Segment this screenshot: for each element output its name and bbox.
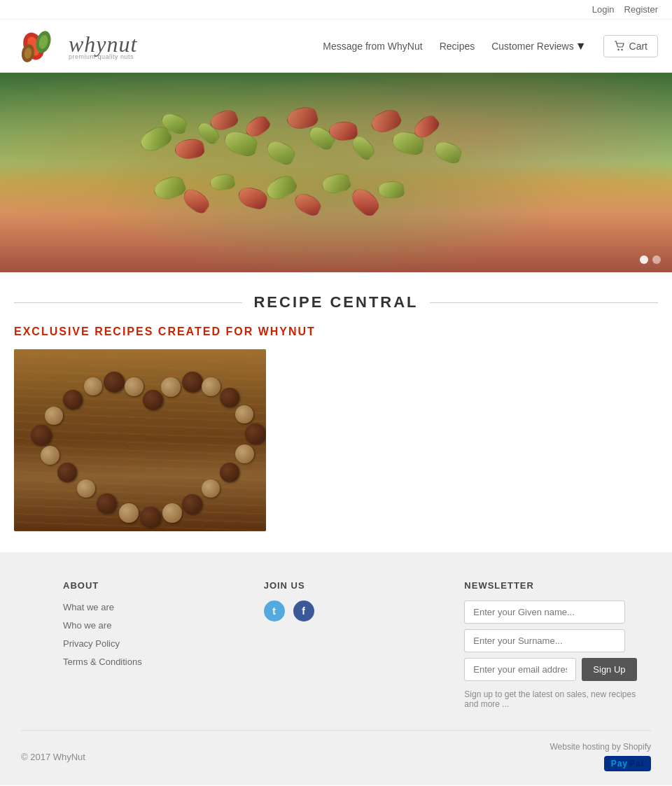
site-tagline: premium quality nuts xyxy=(69,53,137,60)
footer-bottom: © 2017 WhyNut Website hosting by Shopify… xyxy=(21,730,651,771)
cart-icon xyxy=(614,41,625,52)
footer-bottom-right: Website hosting by Shopify PayPal xyxy=(550,742,651,771)
newsletter-note: Sign up to get the latest on sales, new … xyxy=(464,689,651,709)
given-name-input[interactable] xyxy=(464,601,625,624)
footer: ABOUT What we are Who we are Privacy Pol… xyxy=(0,552,672,785)
about-what-we-are[interactable]: What we are xyxy=(63,602,114,612)
login-link[interactable]: Login xyxy=(592,4,615,15)
nav-message[interactable]: Message from WhyNut xyxy=(323,41,422,52)
facebook-icon-symbol: f xyxy=(302,605,305,617)
top-bar: Login Register xyxy=(0,0,672,20)
list-item: What we are xyxy=(63,601,250,613)
paypal-p1: Pay xyxy=(611,759,628,769)
main-header: whynut premium quality nuts Message from… xyxy=(0,20,672,73)
about-links-list: What we are Who we are Privacy Policy Te… xyxy=(63,601,250,668)
svg-point-7 xyxy=(621,48,622,50)
signup-button[interactable]: Sign Up xyxy=(582,658,636,681)
about-heading: ABOUT xyxy=(63,580,250,591)
wood-background xyxy=(14,349,266,531)
section-title: RECIPE CENTRAL xyxy=(253,293,418,311)
twitter-icon-symbol: t xyxy=(272,605,276,617)
copyright: © 2017 WhyNut xyxy=(21,752,85,762)
nav-customer-reviews[interactable]: Customer Reviews xyxy=(491,41,573,52)
hero-dots xyxy=(640,255,661,264)
social-icons: t f xyxy=(264,601,451,622)
newsletter-form: Sign Up Sign up to get the latest on sal… xyxy=(464,601,651,709)
hero-banner xyxy=(0,73,672,272)
section-divider: RECIPE CENTRAL xyxy=(14,293,658,311)
nav-recipes[interactable]: Recipes xyxy=(440,41,475,52)
recipe-image-link[interactable] xyxy=(14,349,658,531)
cart-label: Cart xyxy=(629,41,648,52)
facebook-link[interactable]: f xyxy=(293,601,314,622)
footer-newsletter: NEWSLETTER Sign Up Sign up to get the la… xyxy=(464,580,651,709)
newsletter-heading: NEWSLETTER xyxy=(464,580,651,591)
recipe-image xyxy=(14,349,266,531)
list-item: Privacy Policy xyxy=(63,637,250,650)
logo-icon xyxy=(14,27,63,65)
logo-area: whynut premium quality nuts xyxy=(14,27,137,65)
logo-text-area: whynut premium quality nuts xyxy=(69,31,137,60)
hero-nuts-overlay xyxy=(0,73,672,272)
email-input[interactable] xyxy=(464,658,576,681)
main-nav: Message from WhyNut Recipes Customer Rev… xyxy=(323,35,658,57)
footer-grid: ABOUT What we are Who we are Privacy Pol… xyxy=(21,580,651,709)
list-item: Who we are xyxy=(63,619,250,631)
register-link[interactable]: Register xyxy=(624,4,658,15)
svg-point-6 xyxy=(617,48,619,50)
footer-join-us: JOIN US t f xyxy=(264,580,451,709)
paypal-p2: Pal xyxy=(629,759,644,769)
about-privacy-policy[interactable]: Privacy Policy xyxy=(63,638,120,649)
paypal-badge: PayPal xyxy=(604,756,651,771)
footer-about: ABOUT What we are Who we are Privacy Pol… xyxy=(63,580,250,709)
divider-left xyxy=(14,302,242,303)
main-content: RECIPE CENTRAL EXCLUSIVE RECIPES CREATED… xyxy=(0,272,672,552)
hero-dot-1[interactable] xyxy=(640,255,648,264)
cart-button[interactable]: Cart xyxy=(603,35,658,57)
hosting-text: Website hosting by Shopify xyxy=(550,742,651,752)
about-terms-conditions[interactable]: Terms & Conditions xyxy=(63,657,142,667)
about-who-we-are[interactable]: Who we are xyxy=(63,620,111,631)
divider-right xyxy=(430,302,658,303)
reviews-dropdown-arrow: ▼ xyxy=(575,40,587,52)
list-item: Terms & Conditions xyxy=(63,655,250,668)
hero-dot-2[interactable] xyxy=(652,255,661,264)
nav-reviews-container: Customer Reviews ▼ xyxy=(491,40,586,52)
surname-input[interactable] xyxy=(464,629,625,652)
email-row: Sign Up xyxy=(464,658,651,681)
join-us-heading: JOIN US xyxy=(264,580,451,591)
recipe-subtitle: EXCLUSIVE RECIPES CREATED FOR WHYNUT xyxy=(14,325,658,338)
twitter-link[interactable]: t xyxy=(264,601,285,622)
